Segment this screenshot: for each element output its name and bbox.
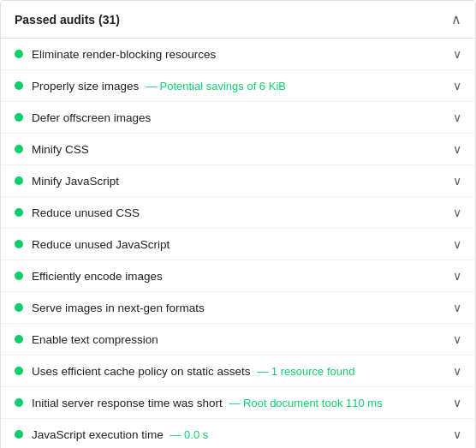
audit-item[interactable]: Minify JavaScript∨: [1, 165, 475, 197]
panel-collapse-icon: ∧: [451, 11, 461, 27]
audit-expand-icon: ∨: [453, 396, 461, 409]
audit-detail-text: — 0.0 s: [167, 428, 208, 441]
audit-expand-icon: ∨: [453, 174, 461, 188]
audit-item[interactable]: Uses efficient cache policy on static as…: [1, 355, 475, 387]
audit-expand-icon: ∨: [453, 47, 461, 61]
audit-item[interactable]: JavaScript execution time — 0.0 s∨: [1, 419, 475, 448]
audit-item-left: Minify CSS: [15, 142, 446, 156]
passed-dot-icon: [15, 272, 23, 280]
audit-item[interactable]: Initial server response time was short —…: [1, 387, 475, 419]
audit-detail-text: — Potential savings of 6 KiB: [142, 80, 286, 93]
audit-label: Enable text compression: [32, 332, 158, 346]
passed-dot-icon: [15, 240, 23, 248]
audit-item-left: Properly size images — Potential savings…: [15, 79, 446, 93]
audit-item-left: Initial server response time was short —…: [15, 396, 446, 409]
audit-label-text: Enable text compression: [32, 333, 158, 346]
audit-list: Eliminate render-blocking resources∨Prop…: [1, 39, 475, 448]
passed-dot-icon: [15, 145, 23, 153]
audit-item[interactable]: Reduce unused JavaScript∨: [1, 229, 475, 260]
audit-label-text: Reduce unused CSS: [32, 206, 140, 219]
audit-expand-icon: ∨: [453, 364, 461, 378]
audit-label: Initial server response time was short —…: [32, 396, 383, 409]
panel-title: Passed audits (31): [15, 13, 120, 27]
passed-dot-icon: [15, 335, 23, 343]
audit-item-left: Enable text compression: [15, 332, 446, 346]
audit-label-text: Minify JavaScript: [32, 175, 119, 188]
audit-expand-icon: ∨: [453, 142, 461, 156]
audit-label-text: Reduce unused JavaScript: [32, 238, 170, 251]
audit-label: Minify JavaScript: [32, 174, 119, 188]
audit-label-text: Minify CSS: [32, 143, 89, 156]
audit-item[interactable]: Properly size images — Potential savings…: [1, 70, 475, 102]
audit-label-text: Serve images in next-gen formats: [32, 302, 205, 314]
audit-label: Uses efficient cache policy on static as…: [32, 364, 354, 378]
passed-dot-icon: [15, 113, 23, 122]
audit-item[interactable]: Reduce unused CSS∨: [1, 197, 475, 229]
audit-item[interactable]: Efficiently encode images∨: [1, 260, 475, 292]
audit-label-text: Eliminate render-blocking resources: [32, 48, 216, 61]
audit-item-left: Eliminate render-blocking resources: [15, 47, 446, 61]
audit-label: JavaScript execution time — 0.0 s: [32, 427, 208, 441]
audit-item[interactable]: Serve images in next-gen formats∨: [1, 292, 475, 324]
audit-expand-icon: ∨: [453, 269, 461, 283]
audit-detail-text: — Root document took 110 ms: [226, 397, 383, 409]
audit-item[interactable]: Minify CSS∨: [1, 134, 475, 165]
passed-dot-icon: [15, 430, 23, 439]
audit-detail-text: — 1 resource found: [254, 365, 355, 378]
audit-expand-icon: ∨: [453, 332, 461, 346]
audit-label-text: Uses efficient cache policy on static as…: [32, 365, 251, 378]
audit-expand-icon: ∨: [453, 79, 461, 93]
audit-label: Minify CSS: [32, 142, 89, 156]
audit-label: Defer offscreen images: [32, 111, 151, 124]
audit-expand-icon: ∨: [453, 427, 461, 441]
passed-dot-icon: [15, 176, 23, 185]
audit-expand-icon: ∨: [453, 206, 461, 219]
audit-item-left: Defer offscreen images: [15, 111, 446, 124]
audit-label-text: Initial server response time was short: [32, 397, 223, 409]
audit-item-left: Serve images in next-gen formats: [15, 301, 446, 314]
audit-expand-icon: ∨: [453, 237, 461, 251]
audit-item-left: Efficiently encode images: [15, 269, 446, 283]
passed-dot-icon: [15, 208, 23, 217]
audit-label: Properly size images — Potential savings…: [32, 79, 286, 93]
audit-item-left: JavaScript execution time — 0.0 s: [15, 427, 446, 441]
audit-label: Efficiently encode images: [32, 269, 163, 283]
passed-dot-icon: [15, 81, 23, 90]
audit-label: Serve images in next-gen formats: [32, 301, 205, 314]
passed-dot-icon: [15, 398, 23, 407]
audit-item[interactable]: Enable text compression∨: [1, 324, 475, 355]
audit-label-text: Properly size images: [32, 80, 139, 93]
audit-item-left: Uses efficient cache policy on static as…: [15, 364, 446, 378]
audit-item[interactable]: Eliminate render-blocking resources∨: [1, 39, 475, 70]
panel-header[interactable]: Passed audits (31) ∧: [1, 1, 475, 39]
audit-expand-icon: ∨: [453, 301, 461, 314]
audit-label: Reduce unused JavaScript: [32, 237, 170, 251]
passed-dot-icon: [15, 303, 23, 312]
audit-item-left: Reduce unused JavaScript: [15, 237, 446, 251]
passed-audits-panel: Passed audits (31) ∧ Eliminate render-bl…: [0, 0, 476, 448]
audit-item-left: Minify JavaScript: [15, 174, 446, 188]
audit-item-left: Reduce unused CSS: [15, 206, 446, 219]
audit-label: Reduce unused CSS: [32, 206, 140, 219]
audit-item[interactable]: Defer offscreen images∨: [1, 102, 475, 134]
audit-label: Eliminate render-blocking resources: [32, 47, 216, 61]
audit-label-text: JavaScript execution time: [32, 428, 164, 441]
audit-label-text: Efficiently encode images: [32, 270, 163, 283]
audit-expand-icon: ∨: [453, 111, 461, 124]
passed-dot-icon: [15, 50, 23, 58]
passed-dot-icon: [15, 367, 23, 375]
audit-label-text: Defer offscreen images: [32, 111, 151, 124]
